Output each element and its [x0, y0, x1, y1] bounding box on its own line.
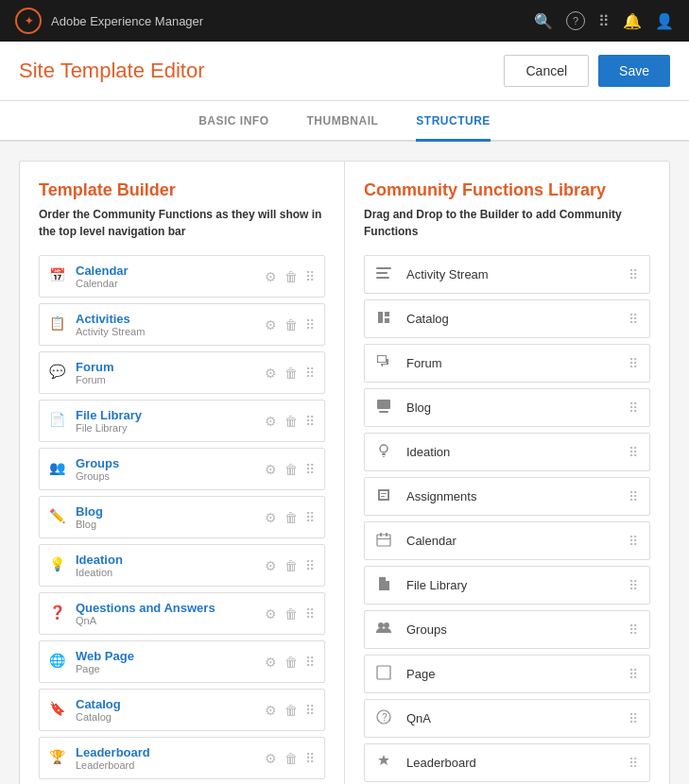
settings-icon[interactable]: ⚙: [265, 366, 277, 381]
library-item[interactable]: Assignments: [364, 477, 650, 516]
settings-icon[interactable]: ⚙: [265, 606, 277, 622]
drag-handle[interactable]: [629, 312, 638, 327]
drag-handle[interactable]: [629, 756, 638, 771]
cancel-button[interactable]: Cancel: [504, 55, 589, 87]
tab-structure[interactable]: STRUCTURE: [416, 114, 491, 142]
file-lib-icon: [376, 576, 397, 594]
delete-icon[interactable]: 🗑: [284, 558, 298, 573]
drag-icon[interactable]: ⠿: [305, 414, 315, 429]
forum-lib-icon: [376, 354, 397, 372]
ideation-lib-icon: [376, 443, 397, 461]
drag-handle[interactable]: [629, 356, 638, 371]
delete-icon[interactable]: 🗑: [284, 414, 298, 429]
drag-icon[interactable]: ⠿: [305, 269, 315, 284]
builder-item: 🔖 Catalog Catalog ⚙ 🗑 ⠿: [39, 689, 325, 731]
builder-item: ❓ Questions and Answers QnA ⚙ 🗑 ⠿: [39, 592, 325, 635]
svg-rect-0: [376, 267, 391, 269]
svg-point-5: [380, 445, 388, 452]
drag-icon[interactable]: ⠿: [305, 462, 315, 477]
template-builder-subtitle: Order the Community Functions as they wi…: [39, 206, 325, 240]
drag-handle[interactable]: [629, 578, 638, 593]
leaderboard-icon: 🏆: [49, 749, 68, 768]
svg-rect-1: [376, 272, 388, 274]
drag-handle[interactable]: [629, 489, 638, 504]
settings-icon[interactable]: ⚙: [265, 558, 277, 573]
library-item[interactable]: Ideation: [364, 433, 650, 471]
tab-basic-info[interactable]: BASIC INFO: [198, 114, 268, 142]
delete-icon[interactable]: 🗑: [284, 655, 298, 670]
library-item[interactable]: Activity Stream: [364, 255, 650, 294]
drag-icon[interactable]: ⠿: [305, 751, 315, 766]
svg-rect-4: [379, 411, 388, 413]
drag-handle[interactable]: [629, 267, 638, 282]
drag-icon[interactable]: ⠿: [305, 366, 315, 381]
catalog-icon: 🔖: [49, 701, 68, 720]
template-builder-title: Template Builder: [39, 180, 325, 200]
delete-icon[interactable]: 🗑: [284, 317, 298, 332]
drag-icon[interactable]: ⠿: [305, 317, 315, 332]
drag-handle[interactable]: [629, 534, 638, 549]
activities-icon: 📋: [49, 315, 68, 334]
delete-icon[interactable]: 🗑: [284, 462, 298, 477]
library-item[interactable]: Page: [364, 655, 650, 693]
qna-icon: ❓: [49, 605, 68, 623]
builder-items-list: 📅 Calendar Calendar ⚙ 🗑 ⠿ 📋 Activities A…: [39, 255, 325, 779]
apps-icon[interactable]: ⠿: [598, 12, 610, 30]
library-item[interactable]: File Library: [364, 566, 650, 605]
drag-icon[interactable]: ⠿: [305, 655, 315, 670]
svg-rect-10: [386, 533, 388, 537]
tab-thumbnail[interactable]: THUMBNAIL: [307, 114, 379, 142]
settings-icon[interactable]: ⚙: [265, 703, 277, 718]
notifications-icon[interactable]: 🔔: [623, 12, 642, 30]
drag-handle[interactable]: [629, 667, 638, 682]
drag-icon[interactable]: ⠿: [305, 606, 315, 622]
save-button[interactable]: Save: [598, 55, 670, 87]
blog-lib-icon: [376, 399, 397, 417]
library-item[interactable]: Catalog: [364, 299, 650, 338]
file-library-icon: 📄: [49, 412, 68, 431]
settings-icon[interactable]: ⚙: [265, 269, 277, 284]
svg-rect-14: [377, 666, 390, 679]
qna-lib-icon: ?: [376, 709, 397, 727]
page-header: Site Template Editor Cancel Save: [0, 42, 689, 101]
settings-icon[interactable]: ⚙: [265, 462, 277, 477]
library-item[interactable]: Leaderboard: [364, 743, 650, 782]
delete-icon[interactable]: 🗑: [284, 703, 298, 718]
drag-handle[interactable]: [629, 622, 638, 638]
user-icon[interactable]: 👤: [655, 12, 674, 30]
delete-icon[interactable]: 🗑: [284, 269, 298, 284]
page-title: Site Template Editor: [19, 59, 205, 83]
library-items-list: Activity Stream Catalog Forum: [364, 255, 650, 784]
drag-handle[interactable]: [629, 445, 638, 460]
library-item[interactable]: Forum: [364, 344, 650, 383]
library-item[interactable]: Groups: [364, 610, 650, 649]
calendar-lib-icon: [376, 532, 397, 550]
drag-handle[interactable]: [629, 711, 638, 726]
drag-icon[interactable]: ⠿: [305, 558, 315, 573]
help-icon[interactable]: ?: [566, 11, 585, 30]
delete-icon[interactable]: 🗑: [284, 366, 298, 381]
delete-icon[interactable]: 🗑: [284, 751, 298, 766]
webpage-icon: 🌐: [49, 653, 68, 672]
settings-icon[interactable]: ⚙: [265, 414, 277, 429]
settings-icon[interactable]: ⚙: [265, 317, 277, 332]
search-icon[interactable]: 🔍: [534, 12, 553, 30]
adobe-logo: ✦: [15, 8, 42, 34]
drag-icon[interactable]: ⠿: [305, 703, 315, 718]
main-content: Template Builder Order the Community Fun…: [0, 142, 689, 784]
delete-icon[interactable]: 🗑: [284, 606, 298, 622]
settings-icon[interactable]: ⚙: [265, 510, 277, 525]
settings-icon[interactable]: ⚙: [265, 751, 277, 766]
community-library-panel: Community Functions Library Drag and Dro…: [344, 161, 670, 784]
drag-handle[interactable]: [629, 401, 638, 416]
calendar-icon: 📅: [49, 267, 68, 286]
library-title: Community Functions Library: [364, 180, 650, 200]
drag-icon[interactable]: ⠿: [305, 510, 315, 525]
settings-icon[interactable]: ⚙: [265, 655, 277, 670]
library-item[interactable]: Blog: [364, 388, 650, 427]
svg-rect-9: [380, 533, 382, 537]
library-item[interactable]: Calendar: [364, 521, 650, 560]
delete-icon[interactable]: 🗑: [284, 510, 298, 525]
library-item[interactable]: ? QnA: [364, 699, 650, 738]
svg-rect-8: [377, 535, 390, 546]
